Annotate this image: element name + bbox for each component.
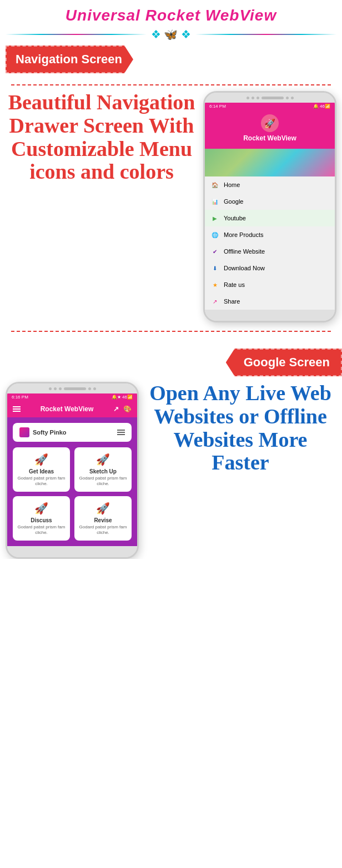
- menu-item-youtube[interactable]: ▶ Youtube: [205, 210, 335, 226]
- grid-card-icon: 🚀: [17, 453, 66, 466]
- menu-item-icon: ⬇: [210, 264, 219, 272]
- phone1-bottom: [205, 310, 335, 321]
- menu-item-icon: 🌐: [210, 230, 219, 239]
- grid-card-desc: Godard pabst prism fam cliche.: [79, 476, 127, 487]
- phone2-dot4: [88, 387, 91, 390]
- menu-item-icon: ↗: [210, 297, 219, 306]
- phone2-speaker: [64, 387, 86, 390]
- hamburger-menu-icon[interactable]: [13, 406, 21, 412]
- google-banner-label: Google Screen: [244, 355, 330, 369]
- phone1-wave: [205, 149, 335, 176]
- menu-item-label: Share: [224, 298, 240, 305]
- phone2-dot1: [49, 387, 52, 390]
- grid-card-get-ideas[interactable]: 🚀 Get Ideas Godard pabst prism fam clich…: [13, 447, 70, 492]
- menu-item-label: Youtube: [224, 215, 246, 221]
- phone2-status-icons: 🔔★ 46📶: [112, 395, 133, 400]
- dashed-separator-bottom: [11, 331, 331, 332]
- phone2-time: 6:16 PM: [12, 395, 28, 400]
- phone1-nav-header: 🚀 Rocket WebView: [205, 110, 335, 149]
- grid-card-title: Get Ideas: [17, 468, 66, 475]
- google-big-text: Open Any Live Web Websites or Offline We…: [144, 382, 336, 475]
- menu-item-icon: ★: [210, 280, 219, 289]
- menu-item-icon: 📊: [210, 197, 219, 206]
- menu-item-label: More Products: [224, 231, 264, 238]
- phone2-header-card: Softy Pinko: [13, 423, 132, 442]
- menu-item-home[interactable]: 🏠 Home: [205, 176, 335, 193]
- phone2-app-name: Rocket WebView: [41, 405, 94, 413]
- phone1-menu: 🏠 Home 📊 Google ▶ Youtube 🌐 More Product…: [205, 176, 335, 310]
- menu-item-label: Home: [224, 181, 240, 188]
- grid-card-desc: Godard pabst prism fam cliche.: [79, 524, 127, 536]
- menu-item-download-now[interactable]: ⬇ Download Now: [205, 260, 335, 276]
- grid-card-title: Revise: [79, 517, 127, 523]
- nav-screen-banner: Navigation Screen: [6, 46, 133, 73]
- phone2-content: Softy Pinko 🚀 Get Ideas Godard pabst pri…: [7, 417, 137, 546]
- phone2-dot3: [59, 387, 62, 390]
- section-google: 6:16 PM 🔔★ 46📶 Rocket WebView ↗ 🎨 Softy …: [0, 382, 342, 559]
- hline3: [117, 434, 125, 435]
- grid-card-icon: 🚀: [17, 502, 66, 515]
- grid-card-sketch-up[interactable]: 🚀 Sketch Up Godard pabst prism fam clich…: [74, 447, 132, 492]
- grid-card-discuss[interactable]: 🚀 Discuss Godard pabst prism fam cliche.: [13, 496, 70, 541]
- header-hamburger-icon[interactable]: [117, 430, 125, 435]
- menu-item-label: Google: [224, 198, 243, 205]
- phone1-nav-icon: 🚀: [261, 114, 279, 132]
- menu-item-label: Rate us: [224, 281, 245, 288]
- menu-item-share[interactable]: ↗ Share: [205, 293, 335, 310]
- phone1-dot1: [247, 97, 249, 99]
- phone2-dot2: [54, 387, 57, 390]
- phone2-bottom: [7, 546, 137, 557]
- ham-line3: [13, 411, 21, 412]
- hline1: [117, 430, 125, 431]
- grid-card-icon: 🚀: [79, 453, 127, 466]
- ham-line1: [13, 406, 21, 407]
- google-screen-banner: Google Screen: [226, 349, 342, 376]
- menu-item-icon: ▶: [210, 214, 219, 223]
- ham-line2: [13, 408, 21, 410]
- phone1-status-bar: 6:14 PM 🔔 46📶: [205, 103, 335, 110]
- phone2-toolbar-icons: ↗ 🎨: [113, 405, 132, 413]
- phone2-cards-grid: 🚀 Get Ideas Godard pabst prism fam clich…: [13, 447, 132, 541]
- menu-item-more-products[interactable]: 🌐 More Products: [205, 226, 335, 243]
- grid-card-desc: Godard pabst prism fam cliche.: [17, 476, 66, 487]
- menu-item-label: Download Now: [224, 265, 265, 271]
- google-banner-wrap: Google Screen: [0, 349, 342, 376]
- grid-card-title: Discuss: [17, 517, 66, 523]
- grid-card-title: Sketch Up: [79, 468, 127, 475]
- page-header: Universal Rocket WebView ❖ 🦋 ❖: [0, 0, 342, 46]
- phone1-top-bar: [205, 93, 335, 103]
- phone1-speaker: [261, 97, 284, 99]
- ornament-icon: ❖ 🦋 ❖: [151, 28, 191, 41]
- phone1-status-icons: 🔔 46📶: [313, 104, 330, 109]
- menu-item-offline-website[interactable]: ✔ Offline Website: [205, 243, 335, 260]
- softy-label: Softy Pinko: [33, 429, 67, 436]
- menu-item-label: Offline Website: [224, 248, 265, 255]
- phone1-dot3: [256, 97, 259, 99]
- section1-content: Beautiful Navigation Drawer Screen With …: [6, 91, 336, 322]
- menu-item-icon: 🏠: [210, 180, 219, 189]
- phone1-dot5: [291, 97, 294, 99]
- divider-line-left: [6, 34, 147, 35]
- phone-mockup-1: 6:14 PM 🔔 46📶 🚀 Rocket WebView 🏠 Home 📊 …: [203, 91, 336, 322]
- nav-banner-label: Navigation Screen: [16, 52, 122, 66]
- dashed-separator-top: [11, 84, 331, 85]
- phone2-top-bar: [7, 383, 137, 393]
- section-navigation: Navigation Screen Beautiful Navigation D…: [0, 46, 342, 343]
- phone1-dot2: [252, 97, 254, 99]
- phone2-header-left: Softy Pinko: [19, 427, 67, 437]
- phone1-dot4: [286, 97, 289, 99]
- grid-card-desc: Godard pabst prism fam cliche.: [17, 524, 66, 536]
- navigation-big-text: Beautiful Navigation Drawer Screen With …: [6, 91, 198, 184]
- share-icon[interactable]: ↗: [113, 405, 119, 413]
- divider-line-right: [195, 34, 336, 35]
- menu-item-rate-us[interactable]: ★ Rate us: [205, 276, 335, 293]
- menu-item-google[interactable]: 📊 Google: [205, 193, 335, 210]
- phone1-time: 6:14 PM: [209, 104, 226, 109]
- phone-mockup-2: 6:16 PM 🔔★ 46📶 Rocket WebView ↗ 🎨 Softy …: [6, 382, 139, 559]
- phone2-status-bar: 6:16 PM 🔔★ 46📶: [7, 393, 137, 401]
- phone1-app-name: Rocket WebView: [243, 134, 296, 142]
- page-title: Universal Rocket WebView: [6, 7, 336, 24]
- palette-icon[interactable]: 🎨: [123, 405, 132, 413]
- grid-card-revise[interactable]: 🚀 Revise Godard pabst prism fam cliche.: [74, 496, 132, 541]
- phone2-dot5: [93, 387, 96, 390]
